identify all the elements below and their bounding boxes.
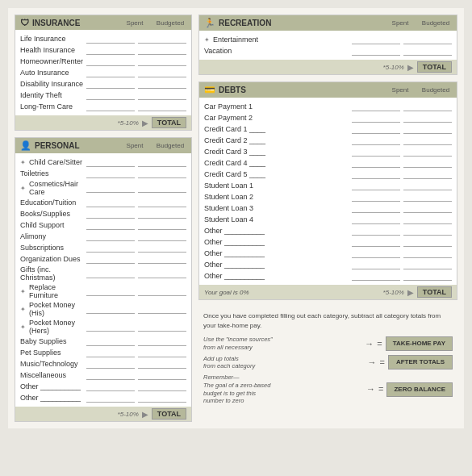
list-item: Disability Insurance: [20, 78, 186, 90]
summary-label-2: Add up totalsfrom each category: [203, 355, 365, 371]
list-item: Health Insurance: [20, 44, 186, 56]
sparkle-icon: ✦: [20, 185, 26, 192]
list-item: Vacation: [204, 45, 452, 56]
list-item: Child Support: [20, 219, 186, 231]
list-item: Credit Card 1 ____: [204, 123, 452, 135]
list-item: Identity Theft: [20, 90, 186, 101]
insurance-title: 🛡 INSURANCE: [20, 18, 80, 27]
list-item: ✦ Pocket Money (Hers): [20, 318, 186, 336]
list-item: ✦ Entertainment: [204, 34, 452, 45]
list-item: Music/Technology: [20, 358, 186, 370]
insurance-cols: Spent Budgeted: [119, 19, 186, 27]
list-item: Car Payment 2: [204, 112, 452, 123]
debts-title: 💳 DEBTS: [204, 85, 246, 95]
list-item: ✦ Pocket Money (His): [20, 300, 186, 318]
insurance-body: Life Insurance Health Insurance Homeowne…: [15, 30, 191, 115]
list-item: Credit Card 5 ____: [204, 169, 452, 180]
insurance-icon: 🛡: [20, 18, 29, 27]
personal-body: ✦ Child Care/Sitter Toiletries ✦ Cosmeti…: [15, 153, 191, 407]
debts-section: 💳 DEBTS Spent Budgeted Car Payment 1 Car…: [198, 81, 457, 300]
sparkle-icon: ✦: [20, 288, 26, 295]
sparkle-icon: ✦: [20, 306, 26, 313]
list-item: Toiletries: [20, 168, 186, 179]
list-item: Other __________: [204, 225, 452, 236]
list-item: Car Payment 1: [204, 101, 452, 112]
list-item: Subscriptions: [20, 242, 186, 253]
summary-row-1: Use the "income sources"from all necessa…: [203, 336, 453, 352]
summary-section: Once you have completed filling out each…: [198, 307, 457, 413]
list-item: Pet Supplies: [20, 347, 186, 358]
personal-header: 👤 PERSONAL Spent Budgeted: [15, 138, 191, 153]
list-item: ✦ Replace Furniture: [20, 282, 186, 300]
list-item: Other __________: [204, 248, 452, 259]
list-item: Long-Term Care: [20, 101, 186, 112]
sparkle-icon: ✦: [204, 36, 210, 44]
list-item: Homeowner/Renter: [20, 56, 186, 67]
debts-icon: 💳: [204, 85, 215, 95]
list-item: ✦ Child Care/Sitter: [20, 157, 186, 168]
debts-footer: Your goal is 0% *5-10% ▶ TOTAL: [199, 285, 457, 299]
list-item: Books/Supplies: [20, 208, 186, 219]
summary-result-1: TAKE-HOME PAY: [386, 336, 453, 351]
recreation-body: ✦ Entertainment Vacation: [199, 31, 457, 60]
list-item: Other __________: [20, 392, 186, 403]
insurance-footer: *5-10% ▶ TOTAL: [15, 115, 191, 130]
list-item: Credit Card 2 ____: [204, 135, 452, 146]
summary-result-2: AFTER TOTALS: [388, 355, 453, 370]
summary-row-2: Add up totalsfrom each category → = AFTE…: [203, 355, 453, 371]
list-item: Other __________: [204, 236, 452, 248]
list-item: Baby Supplies: [20, 336, 186, 347]
list-item: Auto Insurance: [20, 67, 186, 78]
list-item: Other __________: [20, 381, 186, 392]
sparkle-icon: ✦: [20, 324, 26, 331]
summary-label-1: Use the "income sources"from all necessa…: [203, 336, 361, 352]
summary-row-3: Remember—The goal of a zero-basedbudget …: [203, 374, 453, 405]
debts-header: 💳 DEBTS Spent Budgeted: [199, 82, 457, 98]
insurance-header: 🛡 INSURANCE Spent Budgeted: [15, 15, 191, 30]
recreation-section: 🏃 RECREATION Spent Budgeted ✦ Entertainm…: [198, 15, 457, 75]
debts-cols: Spent Budgeted: [384, 86, 452, 94]
personal-icon: 👤: [20, 140, 31, 151]
insurance-section: 🛡 INSURANCE Spent Budgeted Life Insuranc…: [15, 15, 192, 131]
personal-cols: Spent Budgeted: [119, 142, 186, 149]
list-item: Other __________: [204, 259, 452, 270]
list-item: Alimony: [20, 231, 186, 242]
right-column: 🏃 RECREATION Spent Budgeted ✦ Entertainm…: [198, 15, 457, 422]
debts-body: Car Payment 1 Car Payment 2 Credit Card …: [199, 98, 457, 285]
summary-label-3: Remember—The goal of a zero-basedbudget …: [203, 374, 363, 405]
list-item: Life Insurance: [20, 33, 186, 44]
sparkle-icon: ✦: [20, 159, 26, 166]
page: 🛡 INSURANCE Spent Budgeted Life Insuranc…: [8, 8, 464, 428]
recreation-icon: 🏃: [204, 18, 215, 28]
list-item: Miscellaneous: [20, 370, 186, 381]
recreation-title: 🏃 RECREATION: [204, 18, 271, 28]
personal-footer: *5-10% ▶ TOTAL: [15, 407, 191, 421]
list-item: Student Loan 2: [204, 191, 452, 203]
recreation-cols: Spent Budgeted: [384, 19, 452, 27]
list-item: Organization Dues: [20, 253, 186, 265]
list-item: Student Loan 3: [204, 203, 452, 214]
summary-note: Once you have completed filling out each…: [203, 311, 453, 331]
recreation-footer: *5-10% ▶ TOTAL: [199, 60, 457, 74]
recreation-header: 🏃 RECREATION Spent Budgeted: [199, 15, 457, 31]
list-item: Student Loan 4: [204, 214, 452, 225]
left-column: 🛡 INSURANCE Spent Budgeted Life Insuranc…: [15, 15, 192, 422]
list-item: Gifts (inc. Christmas): [20, 265, 186, 282]
list-item: ✦ Cosmetics/Hair Care: [20, 179, 186, 197]
list-item: Education/Tuition: [20, 197, 186, 208]
personal-title: 👤 PERSONAL: [20, 140, 80, 151]
list-item: Credit Card 4 ____: [204, 157, 452, 169]
summary-result-3: ZERO BALANCE: [386, 382, 453, 397]
personal-section: 👤 PERSONAL Spent Budgeted ✦ Child Care/S…: [15, 137, 192, 422]
list-item: Credit Card 3 ____: [204, 146, 452, 157]
list-item: Student Loan 1: [204, 180, 452, 191]
list-item: Other __________: [204, 270, 452, 282]
